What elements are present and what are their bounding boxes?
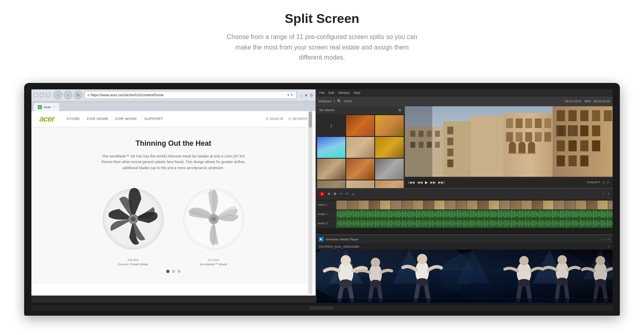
play-pause-btn[interactable]: ▶: [425, 180, 428, 184]
rewind-btn[interactable]: ◀◀: [417, 180, 423, 184]
wmp-close-btn[interactable]: ×: [608, 237, 610, 241]
tools-icon[interactable]: ⚙: [310, 93, 313, 97]
svg-rect-387: [572, 220, 573, 227]
svg-rect-318: [463, 220, 464, 227]
nav-for-home[interactable]: FOR HOME: [87, 117, 109, 121]
in-point[interactable]: ◁: [602, 180, 605, 184]
svg-rect-251: [358, 221, 359, 226]
svg-rect-257: [367, 220, 368, 227]
frame-18: [521, 201, 532, 209]
secure-icon: a: [87, 93, 89, 97]
svg-rect-90: [381, 211, 382, 218]
svg-rect-264: [378, 221, 379, 226]
media-panel-icon[interactable]: ⊞: [398, 108, 401, 112]
media-thumb-11[interactable]: [375, 180, 403, 188]
toolbar-search[interactable]: 🔍: [337, 99, 341, 103]
end-btn[interactable]: ▶▶|: [438, 180, 445, 184]
window-maximize-btn[interactable]: □: [40, 93, 44, 97]
svg-rect-244: [347, 220, 347, 227]
acer-navbar: acer STORE FOR HOME FOR WORK SUPPORT ⊙ S…: [31, 111, 316, 127]
svg-rect-159: [490, 211, 491, 218]
wmp-min-btn[interactable]: −: [601, 237, 603, 241]
svg-rect-240: [340, 220, 341, 227]
timeline-tool-3[interactable]: ✂: [340, 192, 343, 196]
menu-edit[interactable]: Edit: [328, 91, 334, 95]
timeline-zoom-in[interactable]: +: [607, 192, 609, 196]
svg-rect-408: [605, 222, 606, 225]
menu-help[interactable]: Help: [354, 91, 360, 95]
svg-rect-284: [410, 221, 411, 226]
play-btn[interactable]: |◀◀: [408, 180, 415, 184]
browser-tab-acer[interactable]: a Acer ×: [34, 103, 59, 111]
nav-store[interactable]: STORE: [66, 117, 80, 121]
media-thumb-8[interactable]: [375, 159, 403, 180]
wmp-max-btn[interactable]: □: [604, 237, 606, 241]
audio-track-1-label: Audio 1: [316, 210, 336, 219]
scroll-indicator[interactable]: [308, 111, 312, 295]
svg-rect-79: [364, 211, 365, 217]
svg-rect-163: [497, 212, 497, 216]
menu-window[interactable]: Window: [338, 91, 349, 95]
svg-rect-63: [339, 211, 339, 217]
svg-rect-106: [407, 212, 407, 216]
menu-file[interactable]: File: [320, 91, 325, 95]
svg-rect-58: [580, 155, 588, 166]
timeline-zoom-out[interactable]: −: [603, 192, 605, 196]
media-thumb-3[interactable]: [317, 137, 345, 158]
back-btn[interactable]: ‹: [54, 91, 62, 99]
timeline-tool-4[interactable]: ✏: [346, 192, 349, 196]
dot-1[interactable]: [166, 270, 169, 273]
svg-rect-365: [538, 222, 539, 225]
fwd-btn[interactable]: ▶▶: [430, 180, 436, 184]
window-minimize-btn[interactable]: −: [34, 93, 38, 97]
acer-right-nav: ⊙ SIGN IN ⊙ SEARCH: [266, 117, 308, 121]
out-point[interactable]: ▷: [607, 180, 609, 184]
nav-for-work[interactable]: FOR WORK: [116, 117, 137, 121]
media-thumb-1[interactable]: [346, 115, 374, 136]
media-thumb-6[interactable]: [317, 159, 345, 180]
toolbar-info: 00:03:32:00: [593, 99, 610, 103]
dot-3[interactable]: [178, 270, 181, 273]
address-bar[interactable]: a https://www.acer.com/ac/en/US/content/…: [85, 91, 297, 99]
media-thumb-10[interactable]: [346, 180, 374, 188]
svg-rect-344: [504, 220, 505, 227]
home-icon[interactable]: ⌂: [300, 93, 303, 97]
timeline-tool-2[interactable]: ⊠: [334, 192, 336, 196]
media-thumb-7[interactable]: [346, 159, 374, 180]
svg-rect-283: [408, 220, 409, 227]
window-close-btn[interactable]: ×: [46, 93, 50, 97]
media-thumb-5[interactable]: [375, 137, 403, 158]
header-section: Split Screen Choose from a range of 11 p…: [225, 11, 419, 63]
fullscreen-btn[interactable]: ⤢: [607, 245, 610, 248]
svg-rect-371: [547, 221, 548, 225]
timeline-tool-1[interactable]: ⊞: [328, 192, 330, 196]
refresh-btn[interactable]: ↻: [74, 91, 83, 99]
dot-2[interactable]: [172, 270, 175, 273]
search-link[interactable]: ⊙ SEARCH: [288, 117, 308, 121]
svg-rect-268: [384, 221, 385, 226]
tab-close-icon[interactable]: ×: [54, 105, 56, 109]
nav-support[interactable]: SUPPORT: [144, 117, 163, 121]
star-icon[interactable]: ★: [304, 93, 308, 97]
media-thumb-music[interactable]: ♪: [317, 115, 345, 136]
rec-btn[interactable]: ●: [320, 192, 325, 196]
svg-rect-21: [447, 138, 453, 145]
media-thumbnail-grid: ♪: [316, 114, 405, 188]
media-thumb-4[interactable]: [346, 137, 374, 158]
svg-point-3: [131, 217, 136, 221]
svg-rect-60: [405, 106, 432, 188]
audio-track-2-label-text: Audio 2: [318, 222, 328, 225]
svg-rect-124: [435, 212, 436, 216]
forward-btn[interactable]: ›: [64, 91, 72, 99]
svg-rect-57: [568, 155, 576, 166]
svg-rect-194: [545, 211, 546, 218]
signin-link[interactable]: ⊙ SIGN IN: [266, 117, 283, 121]
svg-rect-301: [437, 220, 438, 227]
timeline-tool-5[interactable]: △: [352, 192, 354, 196]
media-thumb-9[interactable]: [317, 180, 345, 188]
svg-rect-71: [351, 212, 352, 216]
svg-rect-108: [410, 211, 411, 217]
svg-rect-110: [413, 212, 414, 217]
media-thumb-2[interactable]: [375, 115, 403, 136]
svg-rect-77: [361, 210, 361, 218]
